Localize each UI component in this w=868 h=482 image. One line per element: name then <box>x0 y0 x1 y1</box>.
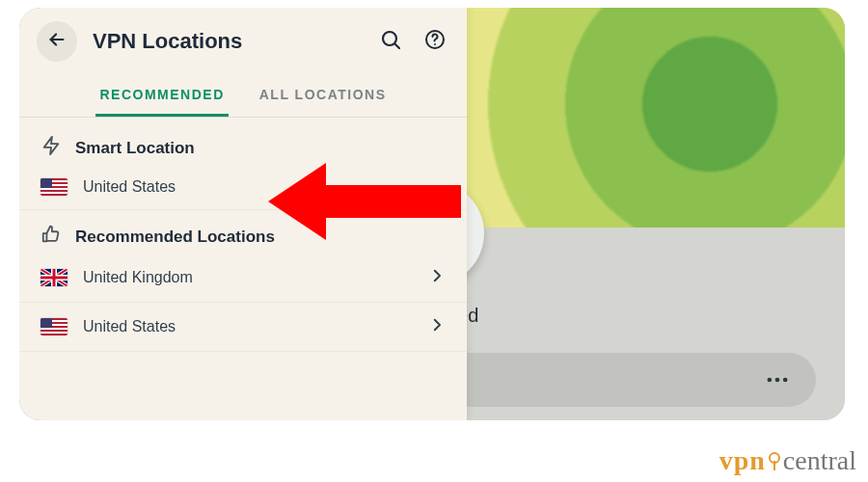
search-button[interactable] <box>376 27 405 56</box>
pin-icon <box>770 452 779 469</box>
drawer-header: VPN Locations <box>19 8 467 67</box>
location-item-us[interactable]: United States <box>19 303 467 352</box>
more-icon[interactable] <box>764 366 791 393</box>
svg-rect-21 <box>41 332 68 334</box>
svg-point-2 <box>783 378 788 383</box>
chevron-right-icon <box>428 316 446 337</box>
svg-point-3 <box>383 32 396 45</box>
smart-location-heading: Smart Location <box>75 139 195 158</box>
locations-drawer: VPN Locations RECOMMENDED ALL LOCATIONS <box>19 8 467 420</box>
watermark-suffix: central <box>783 445 856 476</box>
arrow-left-icon <box>46 29 68 54</box>
locations-list: Smart Location United States <box>19 118 467 420</box>
svg-rect-10 <box>41 192 68 194</box>
flag-us-icon <box>41 318 68 335</box>
svg-point-0 <box>768 378 773 383</box>
smart-location-section: Smart Location <box>19 121 467 165</box>
svg-rect-16 <box>41 277 68 280</box>
watermark-logo: vpn central <box>719 445 856 476</box>
smart-location-item-label: United States <box>83 178 446 196</box>
help-icon <box>423 28 447 55</box>
help-button[interactable] <box>420 27 449 56</box>
location-tabs: RECOMMENDED ALL LOCATIONS <box>19 67 467 118</box>
svg-point-1 <box>775 378 780 383</box>
chevron-right-icon <box>428 267 446 288</box>
svg-rect-20 <box>41 328 68 330</box>
thumbs-up-icon <box>41 224 62 250</box>
location-item-label: United Kingdom <box>83 269 413 286</box>
smart-location-item[interactable]: United States <box>19 165 467 210</box>
watermark-prefix: vpn <box>719 445 766 476</box>
flag-us-icon <box>41 178 68 196</box>
search-icon <box>379 28 402 55</box>
svg-point-5 <box>434 43 436 45</box>
tab-all-locations[interactable]: ALL LOCATIONS <box>256 79 391 117</box>
location-item-label: United States <box>83 318 413 335</box>
flag-uk-icon <box>41 269 68 286</box>
location-item-uk[interactable]: United Kingdom <box>19 254 467 303</box>
recommended-section: Recommended Locations <box>19 210 467 254</box>
app-window: Connected VPN Locations <box>19 8 845 420</box>
svg-rect-9 <box>41 188 68 190</box>
drawer-title: VPN Locations <box>93 29 361 54</box>
lightning-icon <box>41 135 62 161</box>
svg-rect-22 <box>41 318 52 328</box>
tab-recommended[interactable]: RECOMMENDED <box>95 79 228 117</box>
recommended-heading: Recommended Locations <box>75 228 275 247</box>
svg-rect-11 <box>41 178 52 188</box>
back-button[interactable] <box>37 21 77 62</box>
